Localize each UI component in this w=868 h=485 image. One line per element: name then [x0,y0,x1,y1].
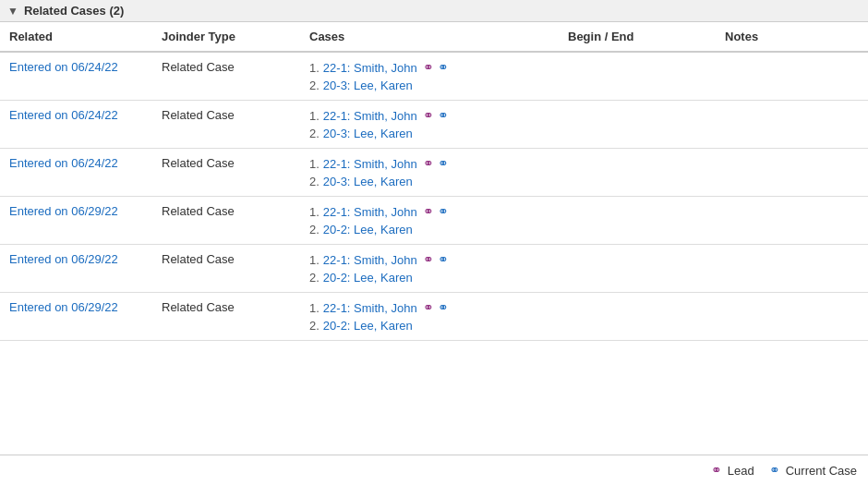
case-list-item: 2.20-2: Lee, Karen [309,319,549,333]
joinder-type: Related Case [152,149,300,197]
case-link[interactable]: 20-3: Lee, Karen [323,79,413,92]
begin-end-cell [559,245,716,293]
notes-cell [716,149,868,197]
table-row: Entered on 06/29/22Related Case1.22-1: S… [0,197,868,245]
col-header-begin: Begin / End [559,22,716,52]
begin-end-cell [559,197,716,245]
notes-cell [716,52,868,101]
col-header-notes: Notes [716,22,868,52]
current-case-icon[interactable]: ⚭ [438,252,449,267]
current-label: Current Case [786,464,857,478]
case-link[interactable]: 20-3: Lee, Karen [323,175,413,188]
joinder-type: Related Case [152,293,300,341]
table-row: Entered on 06/29/22Related Case1.22-1: S… [0,293,868,341]
lead-case-icon[interactable]: ⚭ [423,60,434,75]
notes-cell [716,245,868,293]
case-number: 1. [309,301,319,315]
joinder-type: Related Case [152,101,300,149]
cases-cell: 1.22-1: Smith, John⚭⚭2.20-2: Lee, Karen [300,197,559,245]
joinder-type: Related Case [152,245,300,293]
case-number: 2. [309,223,319,236]
case-link[interactable]: 20-3: Lee, Karen [323,127,413,140]
case-link[interactable]: 22-1: Smith, John [323,253,417,267]
case-number: 1. [309,253,319,267]
table-row: Entered on 06/24/22Related Case1.22-1: S… [0,101,868,149]
case-link[interactable]: 22-1: Smith, John [323,61,417,75]
case-list-item: 1.22-1: Smith, John⚭⚭ [309,252,549,267]
current-case-icon[interactable]: ⚭ [438,108,449,123]
case-list-item: 1.22-1: Smith, John⚭⚭ [309,108,549,123]
cases-cell: 1.22-1: Smith, John⚭⚭2.20-3: Lee, Karen [300,52,559,101]
case-list-item: 2.20-2: Lee, Karen [309,223,549,236]
related-date-link[interactable]: Entered on 06/29/22 [9,252,118,266]
notes-cell [716,197,868,245]
case-list-item: 1.22-1: Smith, John⚭⚭ [309,156,549,171]
case-number: 2. [309,175,319,188]
lead-case-icon[interactable]: ⚭ [423,108,434,123]
case-number: 2. [309,319,319,333]
section-title: Related Cases (2) [24,4,124,18]
case-number: 2. [309,271,319,285]
col-header-joinder: Joinder Type [152,22,300,52]
lead-case-icon[interactable]: ⚭ [423,300,434,315]
case-list-item: 2.20-2: Lee, Karen [309,271,549,285]
case-number: 1. [309,205,319,219]
table-row: Entered on 06/29/22Related Case1.22-1: S… [0,245,868,293]
case-link[interactable]: 22-1: Smith, John [323,109,417,123]
case-list-item: 2.20-3: Lee, Karen [309,175,549,188]
lead-case-icon[interactable]: ⚭ [423,252,434,267]
related-date-link[interactable]: Entered on 06/29/22 [9,204,118,218]
case-link[interactable]: 22-1: Smith, John [323,205,417,219]
current-case-icon[interactable]: ⚭ [438,156,449,171]
notes-cell [716,293,868,341]
current-case-icon[interactable]: ⚭ [438,60,449,75]
related-date-link[interactable]: Entered on 06/24/22 [9,60,118,74]
cases-cell: 1.22-1: Smith, John⚭⚭2.20-3: Lee, Karen [300,149,559,197]
case-list-item: 2.20-3: Lee, Karen [309,79,549,92]
current-case-icon[interactable]: ⚭ [438,204,449,219]
notes-cell [716,101,868,149]
lead-case-icon[interactable]: ⚭ [423,156,434,171]
case-link[interactable]: 20-2: Lee, Karen [323,271,413,285]
cases-cell: 1.22-1: Smith, John⚭⚭2.20-2: Lee, Karen [300,245,559,293]
case-number: 1. [309,61,319,75]
joinder-type: Related Case [152,197,300,245]
begin-end-cell [559,149,716,197]
current-link-icon: ⚭ [769,463,780,478]
case-number: 2. [309,127,319,140]
case-list-item: 1.22-1: Smith, John⚭⚭ [309,204,549,219]
case-link[interactable]: 20-2: Lee, Karen [323,223,413,236]
case-link[interactable]: 22-1: Smith, John [323,301,417,315]
table-header-row: Related Joinder Type Cases Begin / End N… [0,22,868,52]
case-list-item: 1.22-1: Smith, John⚭⚭ [309,60,549,75]
footer-legend: ⚭ Lead ⚭ Current Case [0,455,868,485]
begin-end-cell [559,293,716,341]
cases-cell: 1.22-1: Smith, John⚭⚭2.20-2: Lee, Karen [300,293,559,341]
lead-case-icon[interactable]: ⚭ [423,204,434,219]
related-date-link[interactable]: Entered on 06/24/22 [9,108,118,122]
joinder-type: Related Case [152,52,300,101]
table-row: Entered on 06/24/22Related Case1.22-1: S… [0,149,868,197]
col-header-cases: Cases [300,22,559,52]
lead-label: Lead [728,464,754,478]
begin-end-cell [559,52,716,101]
related-date-link[interactable]: Entered on 06/24/22 [9,156,118,170]
case-list-item: 2.20-3: Lee, Karen [309,127,549,140]
chevron-icon[interactable]: ▼ [7,5,18,18]
case-number: 1. [309,109,319,123]
case-number: 2. [309,79,319,92]
cases-cell: 1.22-1: Smith, John⚭⚭2.20-3: Lee, Karen [300,101,559,149]
col-header-related: Related [0,22,152,52]
page-wrapper: ▼ Related Cases (2) Related Joinder Type… [0,0,868,485]
section-header: ▼ Related Cases (2) [0,0,868,22]
begin-end-cell [559,101,716,149]
case-number: 1. [309,157,319,171]
case-link[interactable]: 22-1: Smith, John [323,157,417,171]
table-row: Entered on 06/24/22Related Case1.22-1: S… [0,52,868,101]
lead-link-icon: ⚭ [711,463,722,478]
current-case-icon[interactable]: ⚭ [438,300,449,315]
case-list-item: 1.22-1: Smith, John⚭⚭ [309,300,549,315]
related-date-link[interactable]: Entered on 06/29/22 [9,300,118,314]
case-link[interactable]: 20-2: Lee, Karen [323,319,413,333]
related-cases-table: Related Joinder Type Cases Begin / End N… [0,22,868,341]
